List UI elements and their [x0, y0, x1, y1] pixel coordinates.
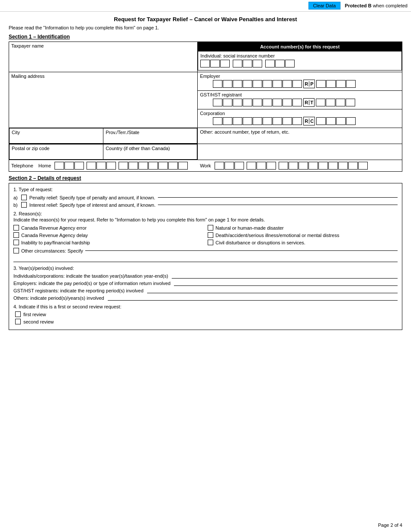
emp-box-10[interactable]	[316, 80, 326, 88]
reason-4-checkbox[interactable]	[208, 225, 213, 231]
reason-6-checkbox[interactable]	[208, 240, 213, 245]
emp-box-13[interactable]	[346, 80, 356, 88]
gst-box-9[interactable]	[292, 99, 302, 106]
second-review-checkbox[interactable]	[15, 319, 21, 324]
gst-box-1[interactable]	[213, 99, 222, 106]
work-box-10[interactable]	[308, 162, 318, 170]
sin-box-8[interactable]	[275, 60, 285, 67]
corp-box-12[interactable]	[336, 117, 346, 125]
sin-box-4[interactable]	[233, 60, 242, 67]
work-box-15[interactable]	[358, 162, 368, 170]
emp-box-8[interactable]	[283, 80, 292, 88]
reason-5-checkbox[interactable]	[208, 232, 213, 238]
type-a-checkbox[interactable]	[21, 195, 27, 200]
gst-box-2[interactable]	[223, 99, 232, 106]
corp-box-8[interactable]	[283, 117, 292, 125]
other-checkbox[interactable]	[13, 248, 19, 253]
emp-box-1[interactable]	[213, 80, 222, 88]
home-box-11[interactable]	[158, 162, 168, 170]
home-box-2[interactable]	[64, 162, 74, 170]
work-box-9[interactable]	[299, 162, 308, 170]
gst-box-10[interactable]	[316, 99, 325, 106]
type-b-checkbox[interactable]	[21, 202, 27, 208]
emp-box-7[interactable]	[273, 80, 282, 88]
home-box-3[interactable]	[74, 162, 84, 170]
gst-box-12[interactable]	[336, 99, 345, 106]
sin-box-6[interactable]	[253, 60, 262, 67]
home-box-4[interactable]	[87, 162, 96, 170]
corp-box-7[interactable]	[273, 117, 282, 125]
corp-box-6[interactable]	[263, 117, 272, 125]
emp-box-2[interactable]	[223, 80, 232, 88]
work-boxes	[215, 162, 368, 170]
gst-box-6[interactable]	[263, 99, 272, 106]
work-box-13[interactable]	[338, 162, 348, 170]
gst-box-3[interactable]	[233, 99, 242, 106]
home-box-13[interactable]	[178, 162, 188, 170]
home-box-10[interactable]	[148, 162, 158, 170]
sin-box-7[interactable]	[265, 60, 275, 67]
work-box-11[interactable]	[318, 162, 328, 170]
emp-box-4[interactable]	[243, 80, 252, 88]
home-label: Home	[39, 163, 51, 168]
other-line	[85, 250, 398, 251]
corp-box-3[interactable]	[233, 117, 242, 125]
corp-box-9[interactable]	[292, 117, 302, 125]
emp-box-6[interactable]	[263, 80, 272, 88]
work-box-1[interactable]	[215, 162, 224, 170]
reason-3-checkbox[interactable]	[13, 240, 19, 245]
home-box-9[interactable]	[138, 162, 148, 170]
work-box-6[interactable]	[267, 162, 276, 170]
work-box-2[interactable]	[225, 162, 234, 170]
gst-box-8[interactable]	[283, 99, 292, 106]
work-box-7[interactable]	[279, 162, 288, 170]
emp-box-11[interactable]	[326, 80, 336, 88]
emp-box-12[interactable]	[336, 80, 346, 88]
home-box-1[interactable]	[55, 162, 64, 170]
corp-box-4[interactable]	[243, 117, 252, 125]
work-box-12[interactable]	[328, 162, 338, 170]
gst-box-7[interactable]	[273, 99, 282, 106]
work-box-14[interactable]	[348, 162, 358, 170]
corp-box-5[interactable]	[253, 117, 262, 125]
corp-box-11[interactable]	[326, 117, 336, 125]
reasons-instruction: Indicate the reason(s) for your request.…	[13, 217, 398, 222]
emp-box-5[interactable]	[253, 80, 262, 88]
reason-2-checkbox[interactable]	[13, 232, 19, 238]
gst-box-4[interactable]	[243, 99, 252, 106]
home-box-6[interactable]	[106, 162, 116, 170]
top-bar: Clear Data Protected B when completed	[0, 0, 411, 12]
gst-box-11[interactable]	[326, 99, 335, 106]
first-review-checkbox[interactable]	[15, 311, 21, 317]
individuals-line	[172, 278, 398, 279]
sin-box-9[interactable]	[285, 60, 295, 67]
gst-box-5[interactable]	[253, 99, 262, 106]
work-box-8[interactable]	[289, 162, 298, 170]
gst-registrants-label: GST/HST registrants: indicate the report…	[13, 288, 144, 293]
form-title: Request for Taxpayer Relief – Cancel or …	[9, 16, 402, 22]
home-box-8[interactable]	[128, 162, 138, 170]
corp-box-1[interactable]	[213, 117, 222, 125]
home-box-7[interactable]	[119, 162, 128, 170]
reason-item-3: Inability to pay/financial hardship	[13, 240, 203, 245]
sin-box-5[interactable]	[243, 60, 252, 67]
reason-3-label: Inability to pay/financial hardship	[21, 240, 90, 245]
corp-box-2[interactable]	[223, 117, 232, 125]
work-box-4[interactable]	[247, 162, 256, 170]
work-box-5[interactable]	[257, 162, 266, 170]
emp-box-9[interactable]	[292, 80, 302, 88]
clear-data-button[interactable]: Clear Data	[308, 2, 341, 10]
sin-box-2[interactable]	[210, 60, 220, 67]
corp-box-13[interactable]	[346, 117, 356, 125]
account-number-cell: Account number(s) for this request Indiv…	[198, 42, 402, 72]
corp-box-10[interactable]	[316, 117, 326, 125]
work-box-3[interactable]	[234, 162, 244, 170]
home-box-12[interactable]	[168, 162, 178, 170]
reason-1-checkbox[interactable]	[13, 225, 19, 231]
sin-box-1[interactable]	[200, 60, 210, 67]
emp-box-3[interactable]	[233, 80, 242, 88]
home-box-5[interactable]	[96, 162, 106, 170]
gst-box-13[interactable]	[346, 99, 355, 106]
sin-box-3[interactable]	[220, 60, 230, 67]
city-cell: City	[10, 128, 103, 144]
